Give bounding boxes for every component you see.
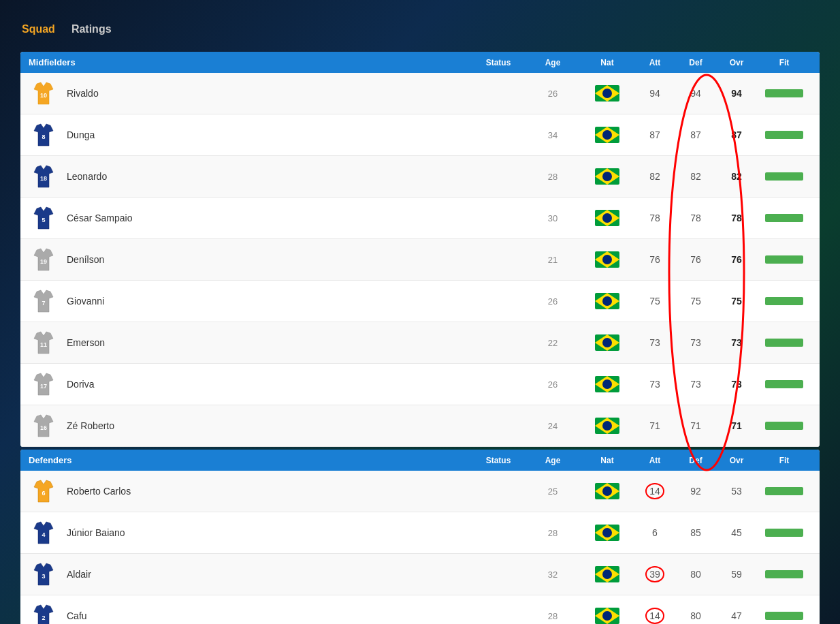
att-cafu: 14 xyxy=(634,610,675,621)
svg-text:17: 17 xyxy=(40,383,47,390)
midfielder-row[interactable]: 17 Doriva 26 73 73 73 xyxy=(20,364,820,405)
att-rivaldo: 94 xyxy=(634,88,675,99)
midfielders-label: Midfielders xyxy=(29,57,471,67)
svg-text:19: 19 xyxy=(40,258,47,265)
midfielder-row[interactable]: 5 César Sampaio 30 78 78 78 xyxy=(20,198,820,239)
jersey-rivaldo: 10 xyxy=(29,78,59,108)
nat-header: Nat xyxy=(580,58,634,67)
att-dunga: 87 xyxy=(634,129,675,140)
svg-text:16: 16 xyxy=(40,424,47,431)
player-name-leonardo: Leonardo xyxy=(67,171,471,182)
def-ovr-header: Ovr xyxy=(716,456,757,465)
defenders-header: Defenders Status Age Nat Att Def Ovr Fit xyxy=(20,450,820,471)
ovr-rivaldo: 94 xyxy=(716,88,757,99)
defenders-section: Defenders Status Age Nat Att Def Ovr Fit… xyxy=(20,450,820,624)
age-rivaldo: 26 xyxy=(526,89,580,99)
svg-text:6: 6 xyxy=(42,490,45,497)
def-fit-header: Fit xyxy=(757,456,811,465)
player-name-doriva: Doriva xyxy=(67,379,471,390)
att-roberto-carlos: 14 xyxy=(634,486,675,497)
defenders-label: Defenders xyxy=(29,455,471,465)
def-age-header: Age xyxy=(526,456,580,465)
def-dunga: 87 xyxy=(675,129,716,140)
player-name-roberto-carlos: Roberto Carlos xyxy=(67,486,471,497)
tab-squad[interactable]: Squad xyxy=(20,20,56,38)
midfielder-row[interactable]: 10 Rivaldo 26 94 94 94 xyxy=(20,73,820,114)
ovr-dunga: 87 xyxy=(716,129,757,140)
def-header: Def xyxy=(675,58,716,67)
player-name-giovanni: Giovanni xyxy=(67,296,471,307)
midfielder-row[interactable]: 16 Zé Roberto 24 71 71 71 xyxy=(20,405,820,447)
navigation-tabs: Squad Ratings xyxy=(20,14,820,45)
player-name-dunga: Dunga xyxy=(67,129,471,140)
att-header: Att xyxy=(634,58,675,67)
svg-text:7: 7 xyxy=(42,300,45,307)
defender-row-junior-baiano[interactable]: 4 Júnior Baiano 28 6 85 45 xyxy=(20,512,820,554)
player-name-denilson: Denílson xyxy=(67,254,471,265)
player-name-ze-roberto: Zé Roberto xyxy=(67,420,471,431)
jersey-dunga: 8 xyxy=(29,120,59,150)
midfielder-row[interactable]: 7 Giovanni 26 75 75 75 xyxy=(20,281,820,322)
player-name-cesar: César Sampaio xyxy=(67,213,471,223)
age-header: Age xyxy=(526,58,580,67)
fit-header: Fit xyxy=(757,58,811,67)
age-dunga: 34 xyxy=(526,130,580,140)
defender-row-cafu[interactable]: 2 Cafu 28 14 80 47 xyxy=(20,595,820,624)
defender-row-roberto-carlos[interactable]: 6 Roberto Carlos 25 14 92 53 xyxy=(20,471,820,512)
svg-text:11: 11 xyxy=(40,341,47,348)
midfielders-header: Midfielders Status Age Nat Att Def Ovr F… xyxy=(20,52,820,73)
midfielder-row[interactable]: 18 Leonardo 28 82 82 82 xyxy=(20,156,820,198)
def-status-header: Status xyxy=(471,456,526,465)
status-header: Status xyxy=(471,58,526,67)
tab-ratings[interactable]: Ratings xyxy=(70,20,113,38)
midfielders-section: Midfielders Status Age Nat Att Def Ovr F… xyxy=(20,52,820,447)
player-name-junior-baiano: Júnior Baiano xyxy=(67,527,471,538)
defender-row-aldair[interactable]: 3 Aldair 32 39 80 59 xyxy=(20,554,820,595)
midfielder-row[interactable]: 19 Denílson 21 76 76 76 xyxy=(20,239,820,281)
def-att-header: Att xyxy=(634,456,675,465)
svg-text:5: 5 xyxy=(42,217,45,223)
svg-text:8: 8 xyxy=(42,134,45,140)
svg-text:4: 4 xyxy=(42,531,45,538)
ovr-header: Ovr xyxy=(716,58,757,67)
svg-text:18: 18 xyxy=(40,175,47,182)
def-rivaldo: 94 xyxy=(675,88,716,99)
svg-text:3: 3 xyxy=(42,573,45,580)
svg-text:10: 10 xyxy=(40,92,47,99)
nat-rivaldo xyxy=(580,85,634,102)
def-def-header: Def xyxy=(675,456,716,465)
att-aldair: 39 xyxy=(634,569,675,580)
player-name-rivaldo: Rivaldo xyxy=(67,88,471,99)
player-name-emerson: Emerson xyxy=(67,337,471,348)
svg-text:2: 2 xyxy=(42,614,45,621)
midfielder-row-emerson[interactable]: 11 Emerson 22 73 73 73 xyxy=(20,322,820,364)
fit-rivaldo xyxy=(757,89,811,97)
midfielder-row[interactable]: 8 Dunga 34 87 87 87 xyxy=(20,114,820,156)
def-nat-header: Nat xyxy=(580,456,634,465)
player-name-aldair: Aldair xyxy=(67,569,471,580)
player-name-cafu: Cafu xyxy=(67,610,471,621)
